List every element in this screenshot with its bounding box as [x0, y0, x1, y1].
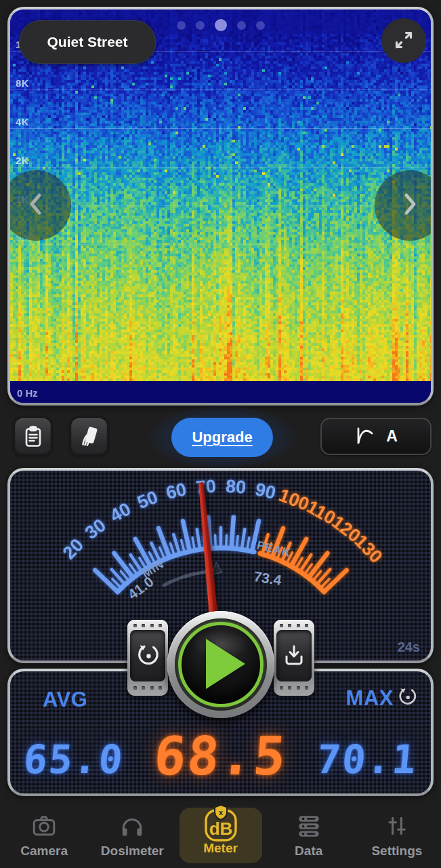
- chevron-left-icon: [21, 189, 51, 222]
- play-ring: [175, 618, 267, 711]
- svg-text:60: 60: [164, 479, 188, 503]
- freq-gridline: [10, 128, 431, 129]
- freq-gridline: [10, 244, 431, 245]
- play-icon: [205, 637, 247, 692]
- clipboard-icon: [15, 418, 51, 455]
- max-reset-icon[interactable]: [397, 687, 417, 710]
- freq-gridline: [10, 90, 431, 90]
- tab-label: Data: [295, 844, 322, 859]
- tab-camera[interactable]: Camera: [0, 804, 88, 868]
- data-list-icon: [296, 810, 322, 842]
- svg-text:73.4: 73.4: [253, 568, 282, 588]
- perforation: [280, 624, 308, 627]
- camera-icon: [31, 810, 57, 842]
- tab-bar: Camera Dosimeter dB x Meter Data Setti: [0, 804, 441, 868]
- bottom-frequency-label: 0 Hz: [17, 387, 38, 399]
- expand-icon: [392, 28, 416, 54]
- chevron-right-icon: [395, 189, 425, 222]
- svg-text:40: 40: [106, 498, 134, 526]
- page-dot[interactable]: [177, 21, 186, 30]
- page-dot[interactable]: [237, 21, 246, 30]
- theme-button[interactable]: [68, 416, 110, 458]
- reset-button[interactable]: [127, 620, 168, 696]
- reset-icon: [130, 630, 165, 682]
- tab-label: Dosimeter: [101, 844, 164, 859]
- tab-label: Meter: [203, 841, 238, 856]
- report-button[interactable]: [12, 416, 54, 458]
- svg-text:80: 80: [225, 476, 247, 498]
- tab-data[interactable]: Data: [265, 804, 353, 868]
- fullscreen-button[interactable]: [381, 18, 426, 63]
- max-readout: 70.1: [315, 736, 419, 783]
- perforation: [280, 686, 308, 690]
- freq-gridline: [10, 167, 431, 167]
- weighting-label: A: [386, 427, 398, 446]
- perforation: [133, 686, 162, 690]
- svg-text:70: 70: [195, 476, 217, 498]
- tab-settings[interactable]: Settings: [353, 804, 441, 868]
- tab-label: Camera: [20, 844, 68, 859]
- db-meter-icon: dB x: [203, 804, 238, 842]
- weighting-curve-icon: [354, 425, 376, 448]
- play-button[interactable]: [167, 611, 274, 718]
- svg-text:50: 50: [135, 487, 161, 513]
- perforation: [133, 624, 162, 627]
- spectrogram-canvas: [10, 9, 431, 403]
- avg-label: AVG: [43, 688, 87, 712]
- weighting-button[interactable]: A: [320, 418, 432, 455]
- tab-dosimeter[interactable]: Dosimeter: [88, 804, 176, 868]
- svg-text:90: 90: [253, 479, 278, 503]
- page-dot[interactable]: [196, 21, 205, 30]
- freq-label: 8K: [16, 77, 29, 89]
- upgrade-label: Upgrade: [192, 429, 252, 446]
- spectrogram-panel: 16K8K4K2K1K500 Quiet Street: [7, 7, 434, 406]
- page-dot[interactable]: [256, 21, 265, 30]
- svg-text:30: 30: [81, 515, 110, 543]
- freq-label: 2K: [16, 155, 29, 166]
- tab-label: Settings: [371, 844, 422, 859]
- svg-text:x: x: [218, 808, 223, 816]
- decibel-meter-app: 16K8K4K2K1K500 Quiet Street: [0, 0, 441, 868]
- preset-title: Quiet Street: [47, 34, 127, 50]
- svg-text:dB: dB: [209, 818, 232, 839]
- save-icon: [276, 630, 312, 682]
- tab-meter[interactable]: dB x Meter: [176, 804, 264, 868]
- headphones-icon: [119, 810, 145, 842]
- preset-pill[interactable]: Quiet Street: [19, 20, 156, 64]
- freq-gridline: [10, 205, 431, 206]
- upgrade-button[interactable]: Upgrade: [171, 418, 273, 457]
- freq-label: 4K: [16, 116, 29, 127]
- save-button[interactable]: [274, 620, 314, 696]
- page-dot[interactable]: [215, 19, 227, 31]
- sliders-icon: [384, 810, 410, 842]
- max-label: MAX: [346, 686, 394, 711]
- play-face: [178, 622, 264, 707]
- cards-icon: [71, 418, 107, 455]
- elapsed-time: 24s: [398, 639, 420, 655]
- svg-text:20: 20: [59, 534, 87, 563]
